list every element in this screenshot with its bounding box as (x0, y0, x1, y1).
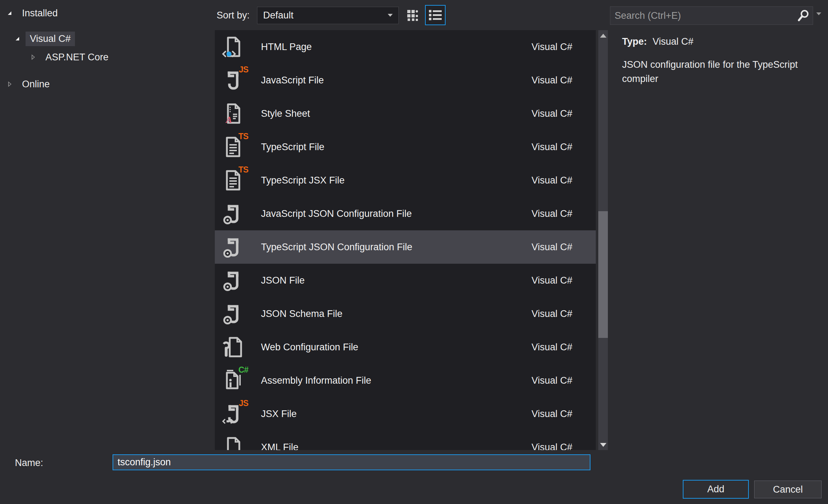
medium-icons-view-button[interactable] (404, 7, 422, 24)
template-category: Visual C# (532, 375, 572, 386)
list-item-html-page[interactable]: HTML Page Visual C# (215, 30, 596, 64)
collapsed-triangle-icon (28, 53, 38, 62)
template-name: Assembly Information File (261, 375, 532, 386)
template-name: JSON Schema File (261, 308, 532, 319)
json-scroll-icon (222, 236, 245, 258)
sidebar-item-online[interactable]: Online (0, 76, 213, 92)
list-item-assembly-information-file[interactable]: C# Assembly Information File Visual C# (215, 364, 596, 397)
list-item-json-file[interactable]: JSON File Visual C# (215, 264, 596, 297)
template-category: Visual C# (532, 342, 572, 353)
icon-badge: JS (239, 399, 248, 407)
sidebar-item-label: Installed (18, 6, 62, 21)
template-category: Visual C# (532, 175, 572, 186)
template-name: TypeScript JSON Configuration File (261, 242, 532, 253)
js-scroll-icon: JS (222, 69, 245, 92)
list-item-javascript-json-configuration-file[interactable]: JavaScript JSON Configuration File Visua… (215, 197, 596, 230)
list-item-typescript-json-configuration-file[interactable]: TypeScript JSON Configuration File Visua… (215, 230, 596, 264)
search-icon[interactable] (796, 9, 811, 23)
list-item-typescript-file[interactable]: TS TypeScript File Visual C# (215, 130, 596, 164)
list-item-javascript-file[interactable]: JS JavaScript File Visual C# (215, 64, 596, 97)
template-category: Visual C# (532, 75, 572, 86)
medium-icons-icon (407, 10, 419, 22)
expanded-triangle-icon (5, 9, 14, 18)
sidebar-item-label: Visual C# (26, 32, 75, 46)
type-value: Visual C# (653, 36, 693, 47)
type-label: Type: (622, 36, 647, 47)
template-name: JavaScript JSON Configuration File (261, 208, 532, 219)
search-options-chevron-icon[interactable] (816, 12, 822, 16)
template-category: Visual C# (532, 208, 572, 219)
icon-badge: JS (239, 66, 248, 74)
template-name: JavaScript File (261, 75, 532, 86)
type-row: Type:Visual C# (622, 36, 693, 47)
ts-doc-icon: TS (222, 169, 245, 192)
template-name: XML File (261, 442, 532, 450)
list-item-web-configuration-file[interactable]: Web Configuration File Visual C# (215, 330, 596, 364)
json-scroll-icon (222, 302, 245, 325)
template-category: Visual C# (532, 442, 572, 450)
template-name: JSON File (261, 275, 532, 286)
template-category: Visual C# (532, 42, 572, 53)
search-input[interactable] (610, 7, 796, 24)
scroll-up-icon (600, 33, 607, 38)
scroll-thumb[interactable] (598, 211, 608, 338)
ts-doc-icon: TS (222, 136, 245, 158)
template-name: Web Configuration File (261, 342, 532, 353)
xml-doc-icon (222, 436, 245, 450)
cancel-button[interactable]: Cancel (754, 481, 822, 498)
assembly-info-icon: C# (222, 369, 245, 392)
name-label: Name: (15, 458, 43, 469)
scroll-down-icon (600, 443, 607, 447)
list-scrollbar[interactable] (598, 30, 608, 450)
expanded-triangle-icon (13, 34, 22, 43)
icon-badge: TS (239, 132, 248, 141)
scroll-down-button[interactable] (598, 439, 608, 450)
collapsed-triangle-icon (5, 80, 14, 89)
template-name: JSX File (261, 409, 532, 420)
html-page-icon (222, 35, 245, 58)
add-button[interactable]: Add (683, 480, 749, 499)
style-sheet-icon (222, 102, 245, 125)
list-item-typescript-jsx-file[interactable]: TS TypeScript JSX File Visual C# (215, 164, 596, 197)
chevron-down-icon (388, 14, 393, 17)
category-tree: Installed Visual C# ASP.NET Core Online (0, 5, 213, 92)
template-category: Visual C# (532, 142, 572, 153)
json-scroll-icon (222, 202, 245, 225)
list-view-button[interactable] (425, 5, 446, 25)
sort-by-dropdown[interactable]: Default (257, 7, 399, 24)
scroll-up-button[interactable] (598, 30, 608, 41)
template-description: JSON configuration file for the TypeScri… (622, 57, 827, 86)
template-category: Visual C# (532, 409, 572, 420)
web-config-icon (222, 336, 245, 358)
list-item-style-sheet[interactable]: Style Sheet Visual C# (215, 97, 596, 130)
name-input[interactable] (113, 454, 590, 470)
template-category: Visual C# (532, 108, 572, 119)
list-view-icon (429, 10, 442, 21)
icon-badge: C# (239, 366, 248, 374)
template-name: Style Sheet (261, 108, 532, 119)
add-new-item-dialog: { "sidebar": { "items": [ { "label": "In… (0, 0, 828, 504)
list-item-jsx-file[interactable]: JS JSX File Visual C# (215, 397, 596, 431)
template-category: Visual C# (532, 242, 572, 253)
sort-by-value: Default (263, 10, 294, 21)
sidebar-item-visual-c-[interactable]: Visual C# (0, 31, 213, 47)
list-item-json-schema-file[interactable]: JSON Schema File Visual C# (215, 297, 596, 330)
search-box (610, 6, 813, 25)
sort-by-label: Sort by: (217, 10, 250, 21)
jsx-scroll-icon: JS (222, 402, 245, 425)
json-scroll-icon (222, 269, 245, 292)
sidebar-item-asp-net-core[interactable]: ASP.NET Core (0, 49, 213, 65)
template-name: TypeScript JSX File (261, 175, 532, 186)
template-name: TypeScript File (261, 142, 532, 153)
list-item-xml-file[interactable]: XML File Visual C# (215, 431, 596, 450)
template-list: HTML Page Visual C# JS JavaScript File V… (215, 30, 596, 450)
template-category: Visual C# (532, 275, 572, 286)
sidebar-item-installed[interactable]: Installed (0, 5, 213, 21)
icon-badge: TS (239, 166, 248, 174)
sidebar-item-label: ASP.NET Core (41, 50, 113, 65)
template-name: HTML Page (261, 42, 532, 53)
template-category: Visual C# (532, 308, 572, 319)
sidebar-item-label: Online (18, 77, 54, 92)
